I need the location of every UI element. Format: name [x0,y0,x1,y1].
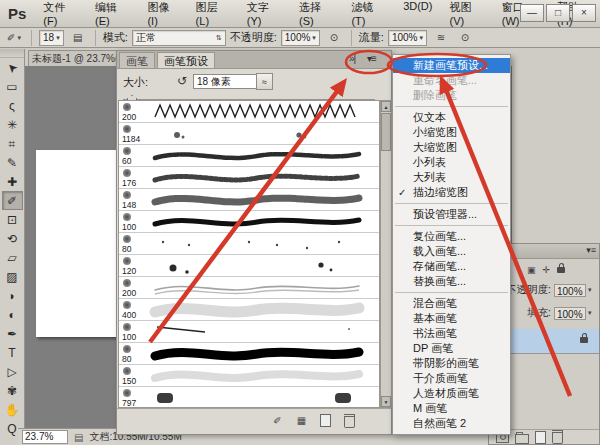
toggle-bristle-preview-icon[interactable]: ≈ [256,73,273,90]
menu-item-preset-manager[interactable]: 预设管理器... [393,207,510,222]
delete-brush-icon[interactable] [341,413,358,428]
layers-opacity-value[interactable]: 100% [554,284,586,297]
brush-preset-row[interactable]: 60 [119,145,379,167]
create-new-brush-icon[interactable] [317,413,334,428]
new-group-icon[interactable] [515,434,529,444]
tab-brush-presets[interactable]: 画笔预设 [157,52,215,68]
layers-fill-value[interactable]: 100% [554,307,586,320]
menubar-item-view[interactable]: 视图(V) [442,0,491,29]
horizontal-type-tool[interactable]: T [2,343,23,362]
menu-item-natural-brushes-2[interactable]: 自然画笔 2 [393,416,510,431]
brush-preset-row[interactable]: 80 [119,233,379,255]
menu-item-text-only[interactable]: 仅文本 [393,110,510,125]
menu-item-dp-brushes[interactable]: DP 画笔 [393,341,510,356]
menu-item-replace-brushes[interactable]: 替换画笔... [393,274,510,289]
brush-preset-picker[interactable]: 18▾ [39,30,64,46]
dodge-tool[interactable]: ◐ [2,305,23,324]
move-tool[interactable]: ➤ [2,58,23,77]
menubar-item-file[interactable]: 文件(F) [36,0,85,29]
tools-panel-grip[interactable] [0,49,24,58]
brush-size-input[interactable]: 18 像素 [193,74,257,89]
menubar-item-type[interactable]: 文字(Y) [240,0,289,29]
zoom-level-input[interactable]: 23.7% [22,430,68,444]
rectangular-marquee-tool[interactable]: ▭ [2,77,23,96]
brush-preset-row[interactable]: 400 [119,299,379,321]
menu-item-save-brushes[interactable]: 存储画笔... [393,259,510,274]
airbrush-icon[interactable]: ≋ [431,30,451,45]
menu-item-dry-media-brushes[interactable]: 干介质画笔 [393,371,510,386]
menubar-item-filter[interactable]: 滤镜(T) [344,0,393,29]
scroll-up-icon[interactable]: ▲ [381,101,391,112]
menu-item-reset-brushes[interactable]: 复位画笔... [393,229,510,244]
brush-tool-icon[interactable]: ✐▾ [4,30,24,45]
menubar-item-layer[interactable]: 图层(L) [189,0,237,29]
collapse-panel-icon[interactable]: »| [349,53,355,64]
eyedropper-tool[interactable]: ✎ [2,153,23,172]
opacity-select[interactable]: 100%▾ [281,30,320,46]
menu-item-faux-finish-brushes[interactable]: 人造材质画笔 [393,386,510,401]
brush-preset-row[interactable]: 200 [119,101,379,123]
scroll-down-icon[interactable]: ▼ [381,396,391,407]
menu-item-m-brushes[interactable]: M 画笔 [393,401,510,416]
pen-tool[interactable]: ✒ [2,324,23,343]
brush-preset-row[interactable]: 148 [119,189,379,211]
menubar-item-3d[interactable]: 3D(D) [396,0,439,29]
open-preset-manager-icon[interactable]: ▦ [293,413,310,428]
brush-stroke-preview-icon[interactable]: ✐ [269,413,286,428]
brush-preset-row[interactable]: 100 [119,321,379,343]
tablet-pressure-opacity-icon[interactable]: ⊙ [324,30,344,45]
menu-item-large-thumbnail[interactable]: 大缩览图 [393,140,510,155]
lock-transparency-icon[interactable]: ▣ [527,265,536,275]
brush-preset-row[interactable]: 150 [119,365,379,387]
hand-tool[interactable]: ✋ [2,400,23,419]
menu-item-assorted-brushes[interactable]: 混合画笔 [393,296,510,311]
brush-preset-row[interactable]: 100 [119,211,379,233]
menu-item-load-brushes[interactable]: 载入画笔... [393,244,510,259]
menu-item-calligraphic-brushes[interactable]: 书法画笔 [393,326,510,341]
menu-item-new-brush-preset[interactable]: 新建画笔预设... [393,58,510,73]
path-selection-tool[interactable]: ▷ [2,362,23,381]
brush-preset-row[interactable]: 1184 [119,123,379,145]
eraser-tool[interactable]: ▱ [2,248,23,267]
close-button[interactable]: × [572,4,596,22]
mode-select[interactable]: 正常⇅ [132,30,226,46]
menu-item-small-thumbnail[interactable]: 小缩览图 [393,125,510,140]
gradient-tool[interactable]: ▨ [2,267,23,286]
menu-item-stroke-thumbnail[interactable]: ✓描边缩览图 [393,185,510,200]
preset-list-scrollbar[interactable]: ▲ ▼ [380,100,392,408]
flow-select[interactable]: 100%▾ [388,30,427,46]
lasso-tool[interactable]: ς [2,96,23,115]
brush-preset-row[interactable]: 176 [119,167,379,189]
brush-preset-row[interactable]: 200 [119,277,379,299]
menubar-item-edit[interactable]: 编辑(E) [88,0,137,29]
brush-preset-row[interactable]: 797 [119,387,379,408]
delete-layer-icon[interactable] [552,430,563,444]
toggle-brush-panel-icon[interactable]: ▤ [68,30,88,45]
brush-preset-row[interactable]: 80 [119,343,379,365]
spot-healing-brush-tool[interactable]: ✚ [2,172,23,191]
history-brush-tool[interactable]: ⟲ [2,229,23,248]
menu-item-small-list[interactable]: 小列表 [393,155,510,170]
maximize-button[interactable]: □ [546,4,570,22]
clone-stamp-tool[interactable]: ⊡ [2,210,23,229]
new-layer-icon[interactable] [535,431,546,444]
lock-position-icon[interactable]: ✛ [543,265,551,275]
canvas[interactable] [36,150,116,337]
brush-tool[interactable]: ✐ [2,191,23,210]
menubar-item-image[interactable]: 图像(I) [140,0,185,29]
quick-selection-tool[interactable]: ✳ [2,115,23,134]
scrollbar-thumb[interactable] [381,113,391,151]
menu-item-basic-brushes[interactable]: 基本画笔 [393,311,510,326]
layers-opacity-dropdown-icon[interactable]: ▾ [588,286,592,294]
panel-menu-icon[interactable]: ▾≡ [367,53,376,64]
menubar-item-select[interactable]: 选择(S) [292,0,341,29]
crop-tool[interactable]: ⌗ [2,134,23,153]
tablet-pressure-size-icon[interactable]: ⊙ [455,30,475,45]
menu-item-drop-shadow-brushes[interactable]: 带阴影的画笔 [393,356,510,371]
menu-item-large-list[interactable]: 大列表 [393,170,510,185]
custom-shape-tool[interactable]: ✾ [2,381,23,400]
reset-size-icon[interactable]: ↺ [177,74,187,88]
tab-brush[interactable]: 画笔 [119,52,155,68]
layers-fill-dropdown-icon[interactable]: ▾ [588,309,592,317]
blur-tool[interactable]: ◗ [2,286,23,305]
